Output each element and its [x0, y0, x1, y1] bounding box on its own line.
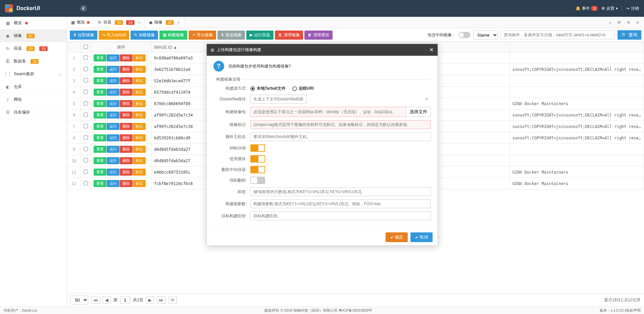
view-button[interactable]: 查看: [94, 89, 106, 96]
view-button[interactable]: 查看: [94, 169, 106, 176]
extra-host-input[interactable]: [250, 132, 431, 141]
delete-button[interactable]: 删除: [120, 100, 133, 107]
image-tag-input[interactable]: [250, 120, 431, 129]
delete-button[interactable]: 删除: [120, 77, 133, 84]
tag-button[interactable]: 标记: [133, 169, 146, 176]
view-button[interactable]: 查看: [94, 66, 106, 73]
tag-button[interactable]: 标记: [133, 89, 146, 96]
tag-button[interactable]: 标记: [133, 66, 146, 73]
row-checkbox[interactable]: [84, 181, 88, 185]
run-button[interactable]: 运行: [107, 180, 119, 187]
sidebar-item-7[interactable]: ☰任务编排: [0, 106, 67, 119]
sidebar-item-3[interactable]: 🗄数据卷10: [0, 55, 67, 68]
view-button[interactable]: 查看: [94, 54, 106, 61]
search-by-select[interactable]: Name: [473, 31, 498, 40]
tab-2[interactable]: ◉镜像32×: [145, 17, 184, 28]
row-checkbox[interactable]: [84, 55, 88, 60]
row-checkbox[interactable]: [84, 90, 88, 94]
sidebar-item-4[interactable]: ⋮⋮Swarm集群⌄: [0, 68, 67, 81]
sidebar-item-6[interactable]: ⤴网络: [0, 93, 67, 106]
row-checkbox[interactable]: [84, 124, 88, 128]
sidebar-item-1[interactable]: ◉镜像32: [0, 30, 67, 42]
close-tab-icon[interactable]: ✕: [624, 19, 633, 26]
delete-button[interactable]: 删除: [120, 54, 133, 61]
row-checkbox[interactable]: [84, 170, 88, 174]
page-size-select[interactable]: 50: [70, 296, 88, 305]
clean-cache-button[interactable]: 🗑清理缓存: [304, 31, 333, 40]
run-button[interactable]: 运行: [107, 54, 119, 61]
delete-button[interactable]: 删除: [120, 89, 133, 96]
push-image-button[interactable]: ⬆推送镜像: [217, 31, 245, 40]
logout-button[interactable]: ↪ 注销: [626, 6, 639, 11]
next-page-button[interactable]: ▶: [146, 297, 154, 304]
build-args-input[interactable]: [250, 199, 431, 208]
load-image-button[interactable]: ↻加载镜像: [131, 31, 158, 40]
source-local-radio[interactable]: 本地Tarball文件: [250, 86, 286, 91]
view-button[interactable]: 查看: [94, 146, 106, 153]
tab-close-icon[interactable]: ×: [177, 20, 180, 25]
include-intermediate-toggle[interactable]: [458, 32, 470, 38]
tag-button[interactable]: 标记: [133, 123, 146, 130]
build-package-input[interactable]: [250, 107, 406, 117]
tab-close-icon[interactable]: ×: [138, 20, 141, 25]
row-checkbox[interactable]: [84, 78, 88, 83]
export-image-button[interactable]: ↗导出镜像: [189, 31, 216, 40]
view-button[interactable]: 查看: [94, 123, 106, 130]
run-button[interactable]: 运行: [107, 77, 119, 84]
clear-icon[interactable]: ✕: [425, 97, 428, 101]
tag-button[interactable]: 标记: [133, 100, 146, 107]
tab-1[interactable]: ↻容器1919×: [94, 17, 145, 28]
run-container-button[interactable]: ▶运行容器: [246, 31, 274, 40]
events-button[interactable]: 🔔 事件 3: [576, 6, 597, 11]
page-number-input[interactable]: [120, 297, 130, 304]
row-checkbox[interactable]: [84, 147, 88, 151]
delete-button[interactable]: 删除: [120, 157, 133, 164]
source-remote-radio[interactable]: 远程URI: [292, 86, 314, 91]
tag-button[interactable]: 标记: [133, 77, 146, 84]
row-checkbox[interactable]: [84, 67, 88, 71]
row-checkbox[interactable]: [84, 135, 88, 140]
dockerfile-path-input[interactable]: [250, 95, 307, 103]
delete-button[interactable]: 删除: [120, 146, 133, 153]
import-tarball-button[interactable]: ↪导入tarball: [99, 31, 129, 40]
view-button[interactable]: 查看: [94, 157, 106, 164]
pull-image-button[interactable]: ⬇拉取镜像: [70, 31, 97, 40]
labels-input[interactable]: [250, 187, 431, 196]
row-checkbox[interactable]: [84, 113, 88, 117]
run-button[interactable]: 运行: [107, 89, 119, 96]
col-action[interactable]: 操作: [91, 42, 151, 52]
view-button[interactable]: 查看: [94, 77, 106, 84]
delete-button[interactable]: 删除: [120, 169, 133, 176]
run-button[interactable]: 运行: [107, 100, 119, 107]
row-checkbox[interactable]: [84, 101, 88, 105]
remove-intermediate-toggle[interactable]: [250, 166, 265, 173]
last-page-button[interactable]: ⏭: [157, 297, 166, 304]
select-all-checkbox[interactable]: [84, 45, 88, 49]
view-button[interactable]: 查看: [94, 111, 106, 119]
run-button[interactable]: 运行: [107, 123, 119, 130]
first-page-button[interactable]: ⏮: [91, 297, 100, 304]
refresh-icon[interactable]: ⟳: [615, 19, 624, 26]
run-button[interactable]: 运行: [107, 146, 119, 153]
build-image-button[interactable]: ▦构建镜像: [159, 31, 187, 40]
row-checkbox[interactable]: [84, 158, 88, 163]
delete-button[interactable]: 删除: [120, 66, 133, 73]
run-button[interactable]: 运行: [107, 134, 119, 141]
cancel-button[interactable]: ✔取消: [410, 232, 433, 242]
view-button[interactable]: 查看: [94, 134, 106, 141]
run-button[interactable]: 运行: [107, 157, 119, 164]
back-button[interactable]: [80, 5, 87, 12]
view-button[interactable]: 查看: [94, 180, 106, 187]
tag-button[interactable]: 标记: [133, 134, 146, 141]
force-remove-toggle[interactable]: [250, 177, 265, 184]
search-button[interactable]: 🔍查询: [617, 30, 641, 40]
sidebar-item-2[interactable]: ↻容器1919: [0, 42, 67, 55]
view-button[interactable]: 查看: [94, 100, 106, 107]
confirm-button[interactable]: ✔确定: [386, 232, 408, 242]
tag-button[interactable]: 标记: [133, 180, 146, 187]
sidebar-item-5[interactable]: ◐仓库: [0, 81, 67, 93]
delete-button[interactable]: 删除: [120, 180, 133, 187]
search-input[interactable]: [501, 31, 615, 39]
tab-0[interactable]: ▦概览: [67, 17, 94, 28]
delete-button[interactable]: 删除: [120, 123, 133, 130]
